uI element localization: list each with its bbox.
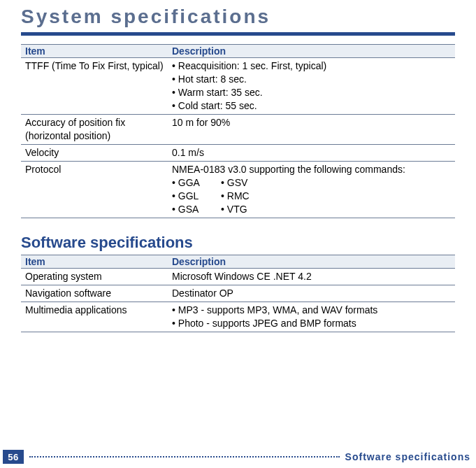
cell-item: TTFF (Time To Fix First, typical): [21, 58, 168, 115]
chapter-title: System specifications: [21, 4, 455, 36]
system-spec-table: Item Description TTFF (Time To Fix First…: [21, 44, 455, 218]
cell-desc: Destinator OP: [168, 285, 455, 302]
cell-desc: Microsoft Windows CE .NET 4.2: [168, 269, 455, 285]
page-number: 56: [3, 450, 24, 464]
cell-desc: • Reacquisition: 1 sec. First, typical) …: [168, 58, 455, 115]
cell-desc: 0.1 m/s: [168, 145, 455, 162]
table-row: Velocity 0.1 m/s: [21, 145, 455, 162]
cell-item: Navigation software: [21, 285, 168, 302]
col-header-desc: Description: [168, 255, 455, 269]
col-header-desc: Description: [168, 45, 455, 58]
table-row: Accuracy of position fix (horizontal pos…: [21, 115, 455, 145]
table-row: Operating system Microsoft Windows CE .N…: [21, 269, 455, 285]
page-footer: 56 Software specifications: [0, 450, 476, 464]
page: System specifications Item Description T…: [0, 0, 476, 332]
section-title-software: Software specifications: [21, 234, 455, 252]
cell-item: Accuracy of position fix (horizontal pos…: [21, 115, 168, 145]
table-row: Protocol NMEA-0183 v3.0 supporting the f…: [21, 162, 455, 218]
cell-desc: NMEA-0183 v3.0 supporting the following …: [168, 162, 455, 218]
footer-dots: [29, 456, 340, 458]
cell-desc: • MP3 - supports MP3, WMA, and WAV forma…: [168, 302, 455, 332]
cell-desc: 10 m for 90%: [168, 115, 455, 145]
chapter-bar: System specifications: [21, 0, 455, 36]
cell-item: Protocol: [21, 162, 168, 218]
cell-item: Velocity: [21, 145, 168, 162]
col-header-item: Item: [21, 255, 168, 269]
table-row: TTFF (Time To Fix First, typical) • Reac…: [21, 58, 455, 115]
footer-section-label: Software specifications: [345, 451, 470, 462]
table-row: Multimedia applications • MP3 - supports…: [21, 302, 455, 332]
cell-item: Operating system: [21, 269, 168, 285]
cell-item: Multimedia applications: [21, 302, 168, 332]
software-spec-table: Item Description Operating system Micros…: [21, 255, 455, 332]
table-row: Navigation software Destinator OP: [21, 285, 455, 302]
col-header-item: Item: [21, 45, 168, 58]
